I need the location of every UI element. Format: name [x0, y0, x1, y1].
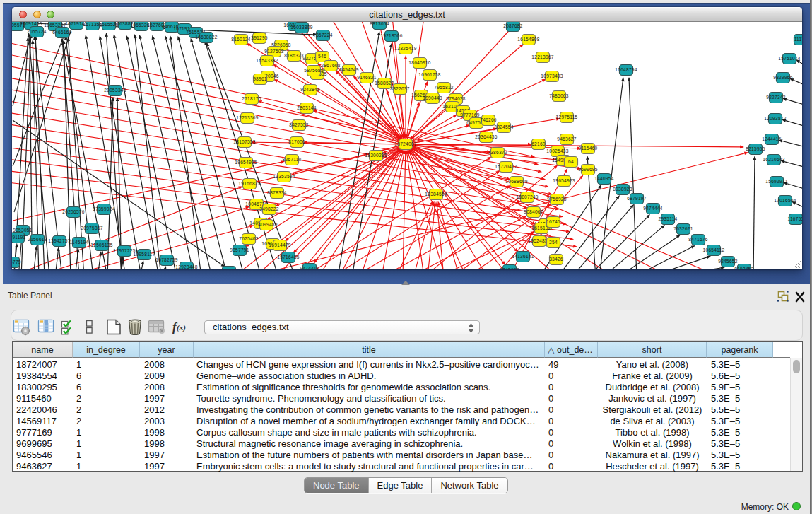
svg-text:9777169: 9777169: [460, 112, 480, 117]
svg-text:2867608: 2867608: [321, 63, 341, 68]
svg-text:16210643: 16210643: [763, 157, 784, 162]
svg-text:9245652: 9245652: [718, 259, 738, 264]
svg-text:2156619: 2156619: [28, 237, 47, 242]
svg-text:8267110: 8267110: [283, 157, 302, 162]
svg-text:20206576: 20206576: [62, 209, 84, 214]
svg-text:116753: 116753: [787, 216, 802, 221]
svg-text:18724007: 18724007: [394, 141, 416, 146]
svg-text:12505135: 12505135: [90, 243, 112, 247]
svg-text:6466160: 6466160: [52, 30, 72, 35]
svg-text:8215955: 8215955: [746, 146, 765, 151]
svg-text:9227342: 9227342: [766, 95, 786, 100]
svg-text:14099489: 14099489: [255, 222, 277, 227]
svg-text:16638822: 16638822: [195, 35, 217, 40]
svg-text:10973493: 10973493: [541, 74, 563, 78]
svg-text:19654925: 19654925: [235, 160, 257, 165]
svg-text:17016504: 17016504: [774, 198, 796, 203]
svg-text:9857791: 9857791: [230, 247, 249, 252]
svg-text:12093872: 12093872: [764, 116, 786, 121]
svg-text:18107553: 18107553: [233, 139, 255, 144]
svg-text:9329966: 9329966: [773, 75, 793, 80]
svg-text:16543382: 16543382: [256, 58, 278, 63]
svg-text:8938928: 8938928: [613, 187, 632, 192]
svg-text:6879197: 6879197: [627, 196, 647, 201]
svg-text:16033809: 16033809: [290, 25, 312, 30]
svg-text:33426: 33426: [549, 257, 563, 262]
svg-text:11171: 11171: [794, 37, 802, 42]
svg-text:391191: 391191: [12, 235, 26, 240]
svg-text:8186323: 8186323: [284, 53, 304, 58]
svg-text:20053346: 20053346: [104, 88, 126, 93]
svg-text:12353594: 12353594: [273, 174, 295, 179]
svg-text:10025433: 10025433: [546, 148, 568, 153]
svg-text:98961: 98961: [253, 76, 267, 81]
svg-text:9245021: 9245021: [219, 269, 239, 269]
svg-text:2087682: 2087682: [503, 23, 523, 28]
svg-text:13942757: 13942757: [48, 238, 70, 243]
svg-text:16648794: 16648794: [615, 67, 637, 72]
svg-text:20691406: 20691406: [20, 22, 42, 26]
svg-text:8471676: 8471676: [688, 237, 708, 242]
svg-text:2718176: 2718176: [242, 96, 261, 101]
svg-text:12213369: 12213369: [236, 115, 258, 120]
svg-text:8160124: 8160124: [231, 37, 251, 42]
svg-text:15751074: 15751074: [778, 56, 800, 61]
svg-text:7632621: 7632621: [673, 226, 693, 231]
svg-text:20975867: 20975867: [81, 226, 102, 230]
svg-text:7357224: 7357224: [313, 33, 333, 37]
svg-text:8454749: 8454749: [339, 67, 359, 72]
svg-text:18807249: 18807249: [516, 194, 538, 199]
svg-text:9115460: 9115460: [579, 146, 598, 151]
svg-text:16914479: 16914479: [269, 243, 290, 247]
svg-text:15716485: 15716485: [277, 255, 299, 259]
svg-text:12923448: 12923448: [175, 264, 197, 269]
svg-text:15720407: 15720407: [495, 164, 517, 169]
svg-text:8193453: 8193453: [734, 267, 754, 269]
svg-text:16961758: 16961758: [418, 72, 440, 77]
svg-text:62160: 62160: [531, 141, 546, 146]
svg-text:18640910: 18640910: [408, 60, 430, 65]
svg-text:16746: 16746: [546, 219, 560, 224]
svg-text:9084067: 9084067: [524, 209, 543, 214]
svg-text:2935114: 2935114: [659, 216, 678, 221]
svg-text:9794028: 9794028: [446, 96, 466, 101]
svg-text:7386372: 7386372: [488, 150, 507, 155]
svg-text:8427552: 8427552: [289, 122, 309, 127]
svg-text:7955812: 7955812: [434, 85, 454, 90]
svg-text:(x): (x): [177, 323, 186, 332]
svg-text:9474444: 9474444: [643, 206, 663, 211]
svg-text:1440954: 1440954: [594, 176, 614, 181]
svg-text:9127503: 9127503: [264, 49, 284, 54]
svg-text:14136141: 14136141: [512, 254, 534, 259]
svg-text:19166825: 19166825: [238, 181, 260, 186]
svg-text:1244415: 1244415: [762, 136, 782, 141]
svg-text:16782759: 16782759: [155, 257, 177, 262]
svg-text:391295: 391295: [251, 35, 268, 40]
svg-text:3498222: 3498222: [259, 206, 279, 211]
svg-text:1588520: 1588520: [375, 81, 394, 86]
svg-text:10688609: 10688609: [505, 179, 527, 184]
svg-text:254: 254: [549, 240, 558, 245]
svg-text:8878334: 8878334: [267, 190, 287, 195]
svg-text:746266: 746266: [480, 117, 497, 122]
svg-text:19218506: 19218506: [380, 33, 402, 38]
svg-text:8322037: 8322037: [390, 86, 410, 91]
svg-text:2803144: 2803144: [297, 105, 317, 110]
svg-text:5875685: 5875685: [304, 68, 324, 73]
svg-text:9242848: 9242848: [300, 87, 320, 92]
svg-text:1990448: 1990448: [423, 95, 442, 100]
svg-text:1145194: 1145194: [70, 240, 89, 245]
svg-text:9474411: 9474411: [300, 266, 319, 269]
svg-text:10654112: 10654112: [703, 247, 725, 252]
svg-text:20364436: 20364436: [475, 134, 497, 139]
svg-text:13325419: 13325419: [394, 46, 416, 51]
svg-text:9245652: 9245652: [500, 267, 519, 269]
svg-text:12213967: 12213967: [531, 54, 553, 59]
svg-text:18300295: 18300295: [365, 153, 387, 158]
svg-text:64: 64: [568, 159, 574, 164]
svg-text:10958117: 10958117: [134, 252, 155, 257]
svg-text:12975115: 12975115: [556, 115, 578, 119]
svg-text:7625402: 7625402: [239, 236, 259, 241]
svg-text:9699695: 9699695: [578, 167, 598, 172]
svg-text:19384554: 19384554: [425, 192, 447, 197]
